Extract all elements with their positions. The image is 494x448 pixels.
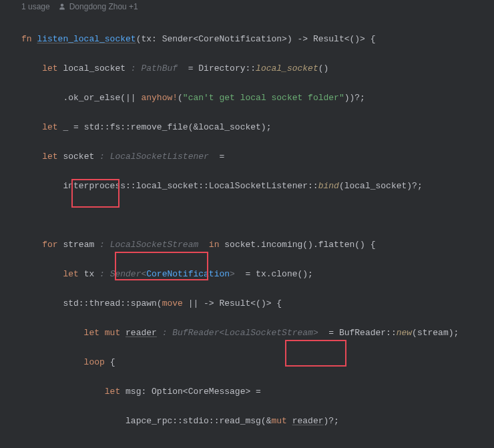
function-name: listen_local_socket: [37, 34, 136, 44]
code-line: fn listen_local_socket(tx: Sender<CoreNo…: [21, 32, 494, 47]
code-line: [21, 443, 494, 448]
code-line: interprocess::local_socket::LocalSocketL…: [21, 179, 494, 194]
code-line: let msg: Option<CoreMessage> =: [21, 385, 494, 399]
code-line: let _ = std::fs::remove_file(&local_sock…: [21, 120, 494, 135]
code-annotations-header: 1 usage Dongdong Zhou +1: [0, 0, 494, 13]
code-line: loop {: [21, 355, 494, 370]
code-line: for stream : LocalSocketStream in socket…: [21, 238, 494, 252]
code-line: let local_socket : PathBuf = Directory::…: [21, 61, 494, 76]
author-name: Dongdong Zhou +1: [69, 2, 138, 11]
author-annotation[interactable]: Dongdong Zhou +1: [58, 2, 138, 11]
code-line: let mut reader : BufReader<LocalSocketSt…: [21, 326, 494, 341]
code-line: let tx : Sender<CoreNotification> = tx.c…: [21, 267, 494, 282]
code-line: .ok_or_else(|| anyhow!("can't get local …: [21, 91, 494, 105]
code-line: [21, 208, 494, 223]
code-line: let socket : LocalSocketListener =: [21, 150, 494, 164]
code-line: lapce_rpc::stdio::read_msg(&mut reader)?…: [21, 414, 494, 429]
code-editor[interactable]: fn listen_local_socket(tx: Sender<CoreNo…: [0, 13, 494, 448]
usage-count[interactable]: 1 usage: [21, 2, 50, 11]
code-line: std::thread::spawn(move || -> Result<()>…: [21, 296, 494, 311]
person-icon: [58, 3, 66, 11]
